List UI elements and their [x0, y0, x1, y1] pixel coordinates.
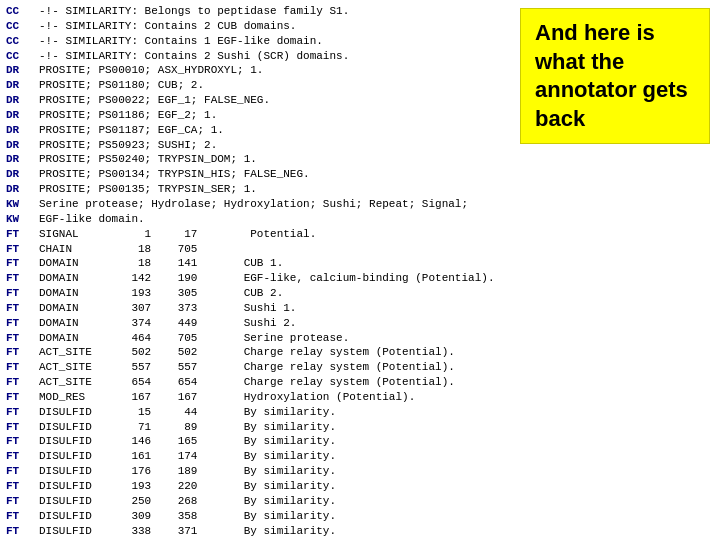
- line-tag: FT: [6, 346, 19, 358]
- table-row: FT DISULFID 250 268 By similarity.: [6, 494, 714, 509]
- line-tag: DR: [6, 153, 19, 165]
- line-content: DISULFID 250 268 By similarity.: [19, 495, 336, 507]
- table-row: FT DOMAIN 307 373 Sushi 1.: [6, 301, 714, 316]
- table-row: KW EGF-like domain.: [6, 212, 714, 227]
- line-content: PROSITE; PS01187; EGF_CA; 1.: [19, 124, 224, 136]
- line-content: Serine protease; Hydrolase; Hydroxylatio…: [19, 198, 468, 210]
- line-tag: FT: [6, 243, 19, 255]
- line-content: ACT_SITE 557 557 Charge relay system (Po…: [19, 361, 455, 373]
- table-row: FT SIGNAL 1 17 Potential.: [6, 227, 714, 242]
- table-row: FT DISULFID 176 189 By similarity.: [6, 464, 714, 479]
- line-tag: FT: [6, 406, 19, 418]
- line-tag: FT: [6, 421, 19, 433]
- line-tag: DR: [6, 79, 19, 91]
- line-tag: DR: [6, 64, 19, 76]
- line-tag: FT: [6, 376, 19, 388]
- line-content: -!- SIMILARITY: Contains 2 Sushi (SCR) d…: [19, 50, 349, 62]
- line-tag: KW: [6, 213, 19, 225]
- line-content: DOMAIN 374 449 Sushi 2.: [19, 317, 296, 329]
- line-tag: FT: [6, 510, 19, 522]
- line-tag: DR: [6, 183, 19, 195]
- table-row: FT ACT_SITE 502 502 Charge relay system …: [6, 345, 714, 360]
- line-tag: DR: [6, 139, 19, 151]
- line-tag: CC: [6, 5, 19, 17]
- line-tag: FT: [6, 228, 19, 240]
- line-content: -!- SIMILARITY: Contains 2 CUB domains.: [19, 20, 296, 32]
- table-row: DR PROSITE; PS00135; TRYPSIN_SER; 1.: [6, 182, 714, 197]
- line-tag: FT: [6, 302, 19, 314]
- annotation-box: And here is what the annotator gets back: [520, 8, 710, 144]
- line-content: DOMAIN 142 190 EGF-like, calcium-binding…: [19, 272, 494, 284]
- line-content: DISULFID 193 220 By similarity.: [19, 480, 336, 492]
- line-tag: DR: [6, 168, 19, 180]
- line-tag: FT: [6, 317, 19, 329]
- line-content: PROSITE; PS50240; TRYPSIN_DOM; 1.: [19, 153, 257, 165]
- line-content: PROSITE; PS01180; CUB; 2.: [19, 79, 204, 91]
- line-content: PROSITE; PS00134; TRYPSIN_HIS; FALSE_NEG…: [19, 168, 309, 180]
- line-content: DOMAIN 18 141 CUB 1.: [19, 257, 283, 269]
- table-row: DR PROSITE; PS00134; TRYPSIN_HIS; FALSE_…: [6, 167, 714, 182]
- line-tag: DR: [6, 94, 19, 106]
- line-content: DISULFID 309 358 By similarity.: [19, 510, 336, 522]
- line-tag: FT: [6, 495, 19, 507]
- line-content: PROSITE; PS00010; ASX_HYDROXYL; 1.: [19, 64, 263, 76]
- line-content: PROSITE; PS50923; SUSHI; 2.: [19, 139, 217, 151]
- table-row: FT DISULFID 71 89 By similarity.: [6, 420, 714, 435]
- line-tag: CC: [6, 50, 19, 62]
- table-row: KW Serine protease; Hydrolase; Hydroxyla…: [6, 197, 714, 212]
- table-row: FT DOMAIN 18 141 CUB 1.: [6, 256, 714, 271]
- table-row: FT ACT_SITE 654 654 Charge relay system …: [6, 375, 714, 390]
- line-content: CHAIN 18 705: [19, 243, 197, 255]
- table-row: DR PROSITE; PS50240; TRYPSIN_DOM; 1.: [6, 152, 714, 167]
- line-tag: FT: [6, 525, 19, 537]
- line-content: PROSITE; PS01186; EGF_2; 1.: [19, 109, 217, 121]
- table-row: FT DOMAIN 193 305 CUB 2.: [6, 286, 714, 301]
- table-row: FT DOMAIN 142 190 EGF-like, calcium-bind…: [6, 271, 714, 286]
- line-tag: FT: [6, 465, 19, 477]
- table-row: FT DISULFID 15 44 By similarity.: [6, 405, 714, 420]
- line-tag: FT: [6, 272, 19, 284]
- line-tag: FT: [6, 332, 19, 344]
- line-content: DOMAIN 464 705 Serine protease.: [19, 332, 349, 344]
- table-row: FT DISULFID 161 174 By similarity.: [6, 449, 714, 464]
- table-row: FT CHAIN 18 705: [6, 242, 714, 257]
- line-content: DOMAIN 193 305 CUB 2.: [19, 287, 283, 299]
- line-content: -!- SIMILARITY: Belongs to peptidase fam…: [19, 5, 349, 17]
- table-row: FT DISULFID 338 371 By similarity.: [6, 524, 714, 539]
- table-row: FT DOMAIN 374 449 Sushi 2.: [6, 316, 714, 331]
- line-tag: DR: [6, 124, 19, 136]
- line-content: DISULFID 71 89 By similarity.: [19, 421, 336, 433]
- line-content: DOMAIN 307 373 Sushi 1.: [19, 302, 296, 314]
- table-row: FT MOD_RES 167 167 Hydroxylation (Potent…: [6, 390, 714, 405]
- line-tag: FT: [6, 480, 19, 492]
- table-row: FT DISULFID 193 220 By similarity.: [6, 479, 714, 494]
- line-content: SIGNAL 1 17 Potential.: [19, 228, 316, 240]
- line-tag: FT: [6, 257, 19, 269]
- line-content: DISULFID 176 189 By similarity.: [19, 465, 336, 477]
- line-content: ACT_SITE 654 654 Charge relay system (Po…: [19, 376, 455, 388]
- line-content: DISULFID 15 44 By similarity.: [19, 406, 336, 418]
- line-content: PROSITE; PS00135; TRYPSIN_SER; 1.: [19, 183, 257, 195]
- line-tag: FT: [6, 391, 19, 403]
- table-row: FT DOMAIN 464 705 Serine protease.: [6, 331, 714, 346]
- line-content: DISULFID 338 371 By similarity.: [19, 525, 336, 537]
- line-tag: FT: [6, 287, 19, 299]
- line-tag: FT: [6, 435, 19, 447]
- table-row: FT DISULFID 146 165 By similarity.: [6, 434, 714, 449]
- annotation-text: And here is what the annotator gets back: [535, 20, 688, 131]
- line-content: EGF-like domain.: [19, 213, 144, 225]
- line-tag: DR: [6, 109, 19, 121]
- line-content: MOD_RES 167 167 Hydroxylation (Potential…: [19, 391, 415, 403]
- line-tag: CC: [6, 20, 19, 32]
- line-tag: CC: [6, 35, 19, 47]
- table-row: FT ACT_SITE 557 557 Charge relay system …: [6, 360, 714, 375]
- line-content: -!- SIMILARITY: Contains 1 EGF-like doma…: [19, 35, 323, 47]
- line-tag: KW: [6, 198, 19, 210]
- table-row: FT DISULFID 309 358 By similarity.: [6, 509, 714, 524]
- line-tag: FT: [6, 361, 19, 373]
- line-content: DISULFID 146 165 By similarity.: [19, 435, 336, 447]
- line-tag: FT: [6, 450, 19, 462]
- line-content: PROSITE; PS00022; EGF_1; FALSE_NEG.: [19, 94, 270, 106]
- line-content: DISULFID 161 174 By similarity.: [19, 450, 336, 462]
- line-content: ACT_SITE 502 502 Charge relay system (Po…: [19, 346, 455, 358]
